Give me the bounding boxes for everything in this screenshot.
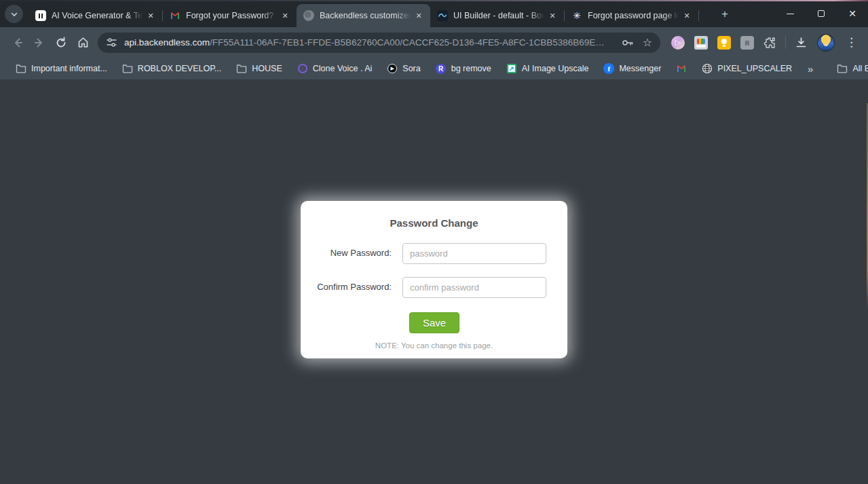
home-button[interactable]	[72, 32, 94, 54]
confirm-password-field[interactable]	[402, 277, 546, 298]
url-bar[interactable]: api.backendless.com/FF55A111-06AF-7EB1-F…	[98, 33, 660, 53]
bookmark-ai-image-upscale[interactable]: ↗ AI Image Upscale	[500, 61, 595, 76]
tab-search-button[interactable]	[5, 5, 23, 23]
bookmark-label: HOUSE	[252, 64, 282, 73]
bookmark-label: Clone Voice . Ai	[313, 64, 373, 73]
bookmark-star-icon[interactable]: ☆	[643, 36, 652, 49]
bookmark-important-information[interactable]: Important informat...	[10, 61, 113, 76]
close-icon[interactable]: ✕	[681, 10, 693, 22]
toolbar-divider	[785, 37, 786, 49]
page-title: Password Change	[301, 217, 567, 229]
tab-separator	[698, 10, 699, 21]
folder-icon	[236, 63, 247, 74]
bookmark-label: ROBLOX DEVELOP...	[138, 64, 221, 73]
back-arrow-icon	[12, 37, 24, 49]
upscale-icon: ↗	[506, 63, 517, 74]
bookmark-house[interactable]: HOUSE	[230, 61, 288, 76]
close-icon[interactable]: ✕	[145, 10, 157, 22]
window-close-button[interactable]: ✕	[837, 0, 868, 27]
password-change-card: Password Change New Password: Confirm Pa…	[301, 201, 567, 358]
sora-play-icon: ▶	[387, 63, 398, 74]
minimize-button[interactable]	[774, 0, 806, 27]
folder-icon	[16, 63, 26, 74]
pause-icon[interactable]	[35, 10, 46, 21]
site-settings-icon[interactable]	[106, 37, 117, 48]
all-bookmarks-label: All Bookmarks	[852, 64, 868, 73]
save-button[interactable]: Save	[409, 312, 459, 333]
page-content: Password Change New Password: Confirm Pa…	[0, 79, 868, 484]
all-bookmarks-button[interactable]: All Bookmarks	[831, 61, 868, 76]
minimize-icon	[787, 14, 794, 14]
bookmark-gmail[interactable]	[670, 61, 693, 76]
close-icon[interactable]: ✕	[546, 10, 559, 22]
bookmark-label: Sora	[402, 64, 420, 73]
gray-extension-icon[interactable]: ʀ	[740, 36, 754, 50]
facebook-icon: f	[603, 63, 614, 74]
extensions-puzzle-icon[interactable]	[763, 36, 777, 50]
window-top-accent	[0, 0, 868, 1]
close-icon[interactable]: ✕	[279, 10, 291, 22]
gmail-icon	[170, 10, 181, 21]
tab-backendless-customized-active[interactable]: Backendless customized ✕	[297, 4, 430, 27]
url-host: api.backendless.com	[124, 37, 210, 48]
video-extension-icon[interactable]: ▷	[671, 36, 685, 50]
tab-ui-builder[interactable]: UI Builder - default - Bou ✕	[430, 4, 564, 27]
tab-title: UI Builder - default - Bou	[453, 11, 546, 20]
bookmark-bg-remove[interactable]: R bg remove	[430, 61, 497, 76]
bookmark-pixel-upscaler[interactable]: PIXEL_UPSCALER	[696, 61, 798, 76]
bookmark-label: Important informat...	[31, 64, 107, 73]
backendless-icon	[303, 10, 314, 21]
globe-icon	[702, 63, 713, 74]
tab-title: Forgot your Password? -	[186, 11, 279, 20]
bookmark-label: PIXEL_UPSCALER	[717, 64, 792, 73]
maximize-button[interactable]	[806, 0, 837, 27]
tab-title: AI Voice Generator & Tex	[52, 11, 145, 20]
page-note: NOTE: You can change this page.	[301, 341, 567, 350]
bookmark-label: AI Image Upscale	[522, 64, 589, 73]
confirm-password-label: Confirm Password:	[297, 282, 392, 292]
bookmark-label: Messenger	[619, 64, 661, 73]
bookmarks-overflow-button[interactable]: »	[801, 63, 820, 75]
new-password-label: New Password:	[297, 248, 392, 258]
drawer-extension-icon[interactable]	[694, 36, 708, 50]
download-icon	[795, 36, 808, 49]
new-password-field[interactable]	[402, 243, 546, 264]
browser-menu-button[interactable]: ⋮	[840, 35, 863, 50]
tab-forgot-your-password[interactable]: Forgot your Password? - ✕	[163, 4, 297, 27]
url-path: /FF55A111-06AF-7EB1-FFDE-B5B62760CA00/CA…	[210, 37, 605, 48]
extensions-group: ▷ ʀ	[671, 36, 777, 50]
bookmark-messenger[interactable]: f Messenger	[597, 61, 667, 76]
forward-button[interactable]	[29, 32, 50, 54]
chatgpt-icon: ✳	[571, 10, 582, 21]
clone-voice-icon: ↓	[297, 63, 308, 74]
ui-builder-wave-icon	[437, 10, 448, 21]
downloads-button[interactable]	[790, 32, 812, 54]
back-button[interactable]	[7, 32, 29, 54]
tab-ai-voice-generator[interactable]: AI Voice Generator & Tex ✕	[29, 4, 162, 27]
chevron-down-icon	[10, 10, 18, 18]
password-key-icon[interactable]	[621, 36, 635, 50]
bookmark-clone-voice-ai[interactable]: ↓ Clone Voice . Ai	[291, 61, 379, 76]
folder-icon	[837, 63, 848, 74]
bookmark-roblox-develop[interactable]: ROBLOX DEVELOP...	[116, 61, 227, 76]
reload-button[interactable]	[50, 32, 72, 54]
new-tab-button[interactable]: +	[716, 5, 734, 23]
bookmarks-bar: Important informat... ROBLOX DEVELOP... …	[0, 58, 868, 79]
tab-forgot-password-page[interactable]: ✳ Forgot password page lo ✕	[565, 4, 698, 27]
folder-icon	[122, 63, 133, 74]
url-text[interactable]: api.backendless.com/FF55A111-06AF-7EB1-F…	[124, 37, 618, 48]
google-keep-icon[interactable]	[717, 36, 731, 50]
bookmark-sora[interactable]: ▶ Sora	[381, 61, 426, 76]
home-icon	[77, 36, 90, 49]
close-icon[interactable]: ✕	[413, 10, 425, 22]
bg-remove-icon: R	[436, 63, 447, 74]
gmail-icon	[676, 63, 687, 74]
tabs-container: AI Voice Generator & Tex ✕ Forgot your P…	[29, 0, 699, 27]
browser-toolbar: api.backendless.com/FF55A111-06AF-7EB1-F…	[0, 27, 868, 58]
reload-icon	[55, 37, 67, 49]
maximize-icon	[818, 10, 825, 17]
tab-title: Forgot password page lo	[588, 11, 681, 20]
tab-title: Backendless customized	[320, 11, 413, 20]
profile-avatar[interactable]	[817, 34, 835, 52]
tab-strip: AI Voice Generator & Tex ✕ Forgot your P…	[0, 0, 868, 27]
